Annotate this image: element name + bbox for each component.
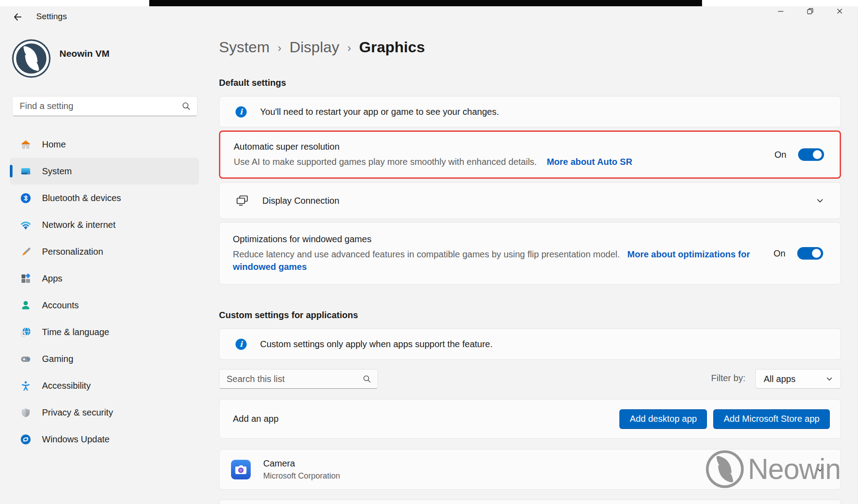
app-row-partial[interactable]	[219, 500, 841, 504]
add-store-app-button[interactable]: Add Microsoft Store app	[713, 409, 830, 429]
sidebar-item-accounts[interactable]: Accounts	[10, 292, 199, 319]
custom-settings-heading: Custom settings for applications	[219, 310, 358, 320]
sidebar-item-label: Time & language	[42, 327, 109, 337]
chevron-down-icon	[825, 375, 833, 383]
display-connection-title: Display Connection	[262, 196, 816, 206]
sidebar-item-label: Privacy & security	[42, 407, 113, 418]
sidebar-item-label: Bluetooth & devices	[42, 193, 121, 203]
chevron-down-icon[interactable]	[816, 465, 824, 474]
restore-button[interactable]	[795, 3, 825, 20]
close-icon	[836, 7, 844, 15]
accessibility-icon	[20, 380, 31, 391]
chevron-down-icon[interactable]	[816, 196, 824, 205]
window-controls	[766, 3, 854, 20]
network-icon	[20, 219, 31, 231]
breadcrumb: System › Display › Graphics	[219, 38, 425, 56]
windowed-games-description: Reduce latency and use advanced features…	[233, 249, 620, 259]
auto-sr-toggle[interactable]	[798, 148, 824, 161]
breadcrumb-separator: ›	[347, 40, 351, 55]
sidebar-item-label: Network & internet	[42, 220, 116, 230]
sidebar-item-label: Apps	[42, 273, 63, 284]
sidebar-item-bluetooth-devices[interactable]: Bluetooth & devices	[10, 185, 199, 211]
privacy-security-icon	[20, 407, 31, 418]
camera-app-icon	[231, 460, 251, 479]
avatar	[12, 39, 50, 78]
sidebar-item-label: Personalization	[42, 247, 103, 257]
sidebar-item-label: Accessibility	[42, 381, 91, 391]
apps-icon	[20, 273, 31, 284]
accounts-icon	[20, 299, 31, 311]
settings-window: Settings	[0, 0, 858, 504]
sidebar: Neowin VM Home	[0, 27, 206, 504]
restore-icon	[806, 7, 814, 15]
auto-sr-setting-card-highlighted: Automatic super resolution Use AI to mak…	[219, 130, 841, 179]
system-icon	[20, 165, 31, 177]
user-name: Neowin VM	[59, 48, 109, 59]
windowed-games-setting-card: Optimizations for windowed games Reduce …	[219, 222, 841, 285]
add-app-label: Add an app	[219, 414, 613, 424]
sidebar-item-network-internet[interactable]: Network & internet	[10, 211, 199, 238]
app-row-camera[interactable]: Camera Microsoft Corporation	[219, 449, 841, 490]
sidebar-item-apps[interactable]: Apps	[10, 265, 199, 292]
back-button[interactable]	[11, 10, 25, 24]
minimize-icon	[777, 7, 785, 15]
custom-info-text: Custom settings only apply when apps sup…	[260, 339, 492, 349]
restart-info-banner: You'll need to restart your app or game …	[219, 96, 841, 127]
app-list-searchbox[interactable]	[219, 369, 378, 389]
app-list-search-input[interactable]	[219, 374, 362, 384]
sidebar-item-system[interactable]: System	[10, 158, 199, 185]
filter-dropdown[interactable]: All apps	[755, 369, 841, 389]
sidebar-item-personalization[interactable]: Personalization	[10, 238, 199, 265]
sidebar-item-label: Home	[42, 139, 66, 150]
app-name: Camera	[263, 458, 816, 469]
auto-sr-description: Use AI to make supported games play more…	[234, 157, 537, 167]
personalization-icon	[20, 246, 31, 257]
windowed-games-toggle[interactable]	[797, 247, 823, 260]
sidebar-item-windows-update[interactable]: Windows Update	[10, 426, 199, 453]
restart-info-text: You'll need to restart your app or game …	[260, 107, 499, 117]
display-connection-expander[interactable]: Display Connection	[219, 182, 841, 219]
app-list-controls: Filter by: All apps	[219, 369, 841, 389]
minimize-button[interactable]	[766, 3, 795, 20]
sidebar-item-label: Gaming	[42, 354, 73, 364]
page-title: Graphics	[359, 38, 425, 56]
default-settings-heading: Default settings	[219, 78, 286, 88]
sidebar-item-label: Accounts	[42, 300, 79, 311]
time-language-icon	[20, 326, 31, 338]
windowed-games-toggle-state: On	[774, 248, 786, 259]
app-title: Settings	[36, 12, 67, 21]
main-content: System › Display › Graphics Default sett…	[219, 27, 841, 504]
back-arrow-icon	[13, 12, 23, 22]
display-connection-icon	[236, 194, 249, 207]
add-app-card: Add an app Add desktop app Add Microsoft…	[219, 399, 841, 439]
user-profile[interactable]: Neowin VM	[12, 39, 109, 78]
sidebar-item-time-language[interactable]: Time & language	[10, 319, 199, 345]
gaming-icon	[20, 353, 31, 365]
search-icon	[181, 101, 191, 111]
sidebar-item-privacy-security[interactable]: Privacy & security	[10, 399, 199, 426]
custom-info-banner: Custom settings only apply when apps sup…	[219, 328, 841, 360]
sidebar-item-label: Windows Update	[42, 434, 109, 445]
home-icon	[20, 139, 31, 150]
close-button[interactable]	[825, 3, 854, 20]
sidebar-nav: Home System	[10, 131, 199, 453]
windows-update-icon	[20, 433, 31, 445]
auto-sr-more-link[interactable]: More about Auto SR	[547, 157, 632, 167]
info-icon	[236, 339, 247, 350]
search-icon	[362, 374, 371, 383]
sidebar-item-accessibility[interactable]: Accessibility	[10, 372, 199, 399]
filter-by-label: Filter by:	[711, 373, 745, 383]
sidebar-item-gaming[interactable]: Gaming	[10, 345, 199, 372]
auto-sr-title: Automatic super resolution	[234, 142, 774, 152]
add-desktop-app-button[interactable]: Add desktop app	[619, 409, 707, 429]
windowed-games-title: Optimizations for windowed games	[233, 234, 774, 244]
find-setting-input[interactable]	[13, 101, 181, 111]
breadcrumb-display[interactable]: Display	[290, 38, 339, 56]
app-publisher: Microsoft Corporation	[263, 471, 816, 481]
breadcrumb-system[interactable]: System	[219, 38, 269, 56]
info-icon	[236, 106, 247, 118]
bluetooth-icon	[20, 192, 31, 204]
sidebar-item-home[interactable]: Home	[10, 131, 199, 158]
black-bar	[149, 0, 702, 6]
find-setting-searchbox[interactable]	[12, 96, 198, 116]
